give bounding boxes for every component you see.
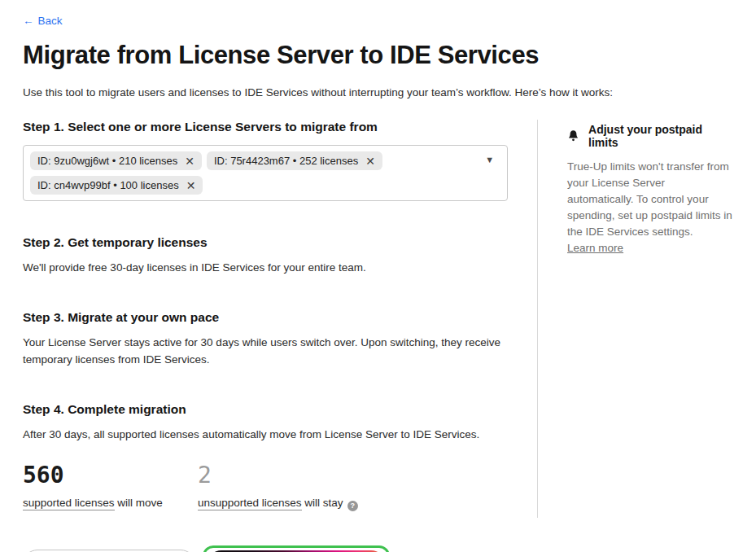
license-server-multiselect[interactable]: ID: 9zu0wgj6wt • 210 licenses ✕ ID: 75r4…: [23, 145, 508, 201]
chip-remove-icon[interactable]: ✕: [365, 156, 375, 167]
unsupported-licenses-link[interactable]: unsupported licenses: [198, 497, 302, 510]
postpaid-limits-panel: Adjust your postpaid limits True-Up limi…: [538, 120, 733, 518]
license-server-chip: ID: 9zu0wgj6wt • 210 licenses ✕: [30, 151, 202, 170]
back-arrow-icon: ←: [23, 15, 34, 27]
step3-heading: Step 3. Migrate at your own pace: [23, 310, 508, 325]
chip-label: ID: cn4wvp99bf • 100 licenses: [37, 179, 179, 191]
action-highlight-box: Start 30-day migration period: [203, 545, 390, 552]
help-icon[interactable]: ?: [347, 501, 358, 511]
license-server-chip: ID: cn4wvp99bf • 100 licenses ✕: [30, 176, 203, 195]
actions-row: Learn more about migration Start 30-day …: [23, 545, 756, 552]
step1-heading: Step 1. Select one or more License Serve…: [23, 120, 508, 134]
learn-more-migration-button[interactable]: Learn more about migration: [23, 550, 195, 552]
license-server-chip: ID: 75r4423m67 • 252 licenses ✕: [207, 151, 382, 170]
step2-heading: Step 2. Get temporary licenses: [23, 235, 508, 250]
chip-remove-icon[interactable]: ✕: [185, 156, 194, 167]
step1-section: Step 1. Select one or more License Serve…: [23, 120, 508, 201]
page-title: Migrate from License Server to IDE Servi…: [23, 41, 733, 70]
chip-label: ID: 75r4423m67 • 252 licenses: [214, 155, 358, 167]
license-stats-row: 560 supported licenses will move 2 unsup…: [23, 464, 508, 511]
chevron-down-icon[interactable]: ▼: [485, 155, 494, 164]
unsupported-licenses-stat: 2 unsupported licenses will stay?: [198, 464, 358, 511]
postpaid-learn-more-link[interactable]: Learn more: [567, 242, 623, 254]
page-intro: Use this tool to migrate users and licen…: [23, 86, 733, 99]
step3-body: Your License Server stays active for 30 …: [23, 334, 508, 368]
postpaid-panel-header: Adjust your postpaid limits: [567, 123, 733, 149]
supported-label-rest: will move: [117, 497, 163, 509]
main-column: Step 1. Select one or more License Serve…: [23, 120, 538, 518]
step2-body: We'll provide free 30-day licenses in ID…: [23, 259, 508, 276]
postpaid-panel-title: Adjust your postpaid limits: [588, 123, 733, 149]
step2-section: Step 2. Get temporary licenses We'll pro…: [23, 235, 508, 276]
chip-label: ID: 9zu0wgj6wt • 210 licenses: [37, 155, 177, 167]
supported-count: 560: [23, 464, 198, 487]
unsupported-label: unsupported licenses will stay?: [198, 497, 358, 511]
step4-body: After 30 days, all supported licenses au…: [23, 426, 508, 443]
content-row: Step 1. Select one or more License Serve…: [23, 120, 733, 518]
step4-heading: Step 4. Complete migration: [23, 402, 508, 417]
step4-section: Step 4. Complete migration After 30 days…: [23, 402, 508, 511]
supported-licenses-stat: 560 supported licenses will move: [23, 464, 198, 511]
back-link-label: Back: [38, 15, 63, 27]
unsupported-label-rest: will stay: [304, 497, 343, 509]
back-link[interactable]: ← Back: [23, 15, 63, 27]
step3-section: Step 3. Migrate at your own pace Your Li…: [23, 310, 508, 368]
supported-label: supported licenses will move: [23, 497, 198, 509]
postpaid-panel-body: True-Up limits won't transfer from your …: [567, 159, 733, 240]
chip-remove-icon[interactable]: ✕: [186, 180, 196, 191]
migration-page: ← Back Migrate from License Server to ID…: [0, 0, 756, 518]
bell-icon: [567, 129, 579, 142]
unsupported-count: 2: [198, 464, 358, 487]
supported-licenses-link[interactable]: supported licenses: [23, 497, 115, 510]
